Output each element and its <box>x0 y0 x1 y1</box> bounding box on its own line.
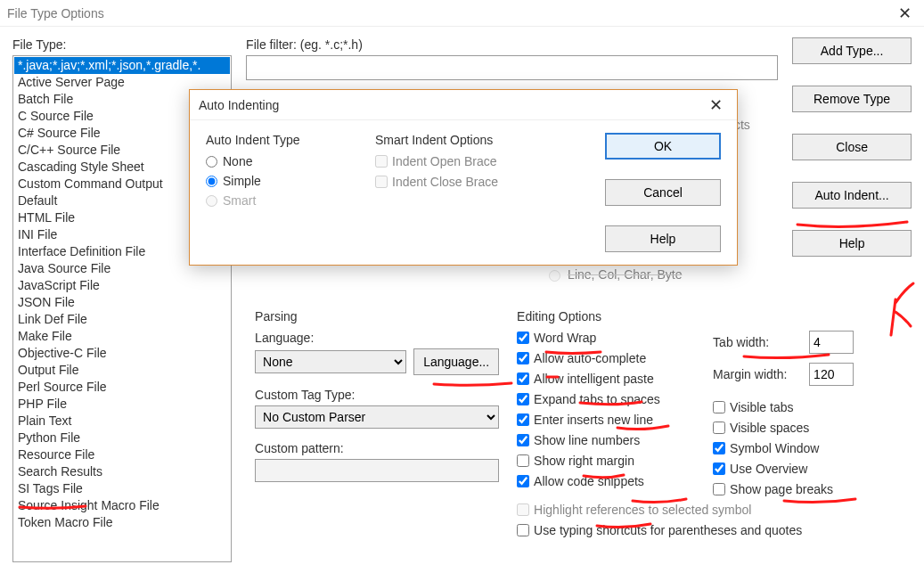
language-label: Language: <box>255 331 499 345</box>
remove-type-button[interactable]: Remove Type <box>792 86 912 112</box>
obscured-radio-line-col: Line, Col, Char, Byte <box>544 267 682 282</box>
allow-auto-complete-checkbox[interactable]: Allow auto-complete <box>517 351 695 365</box>
allow-intelligent-paste-checkbox[interactable]: Allow intelligent paste <box>517 372 695 386</box>
visible-tabs-checkbox[interactable]: Visible tabs <box>713 400 854 414</box>
list-item[interactable]: Output File <box>14 362 230 379</box>
custom-pattern-label: Custom pattern: <box>255 441 499 455</box>
list-item[interactable]: SI Tags File <box>14 480 230 497</box>
file-filter-input[interactable] <box>246 55 778 80</box>
language-button[interactable]: Language... <box>413 348 499 375</box>
word-wrap-checkbox[interactable]: Word Wrap <box>517 331 695 345</box>
show-page-breaks-checkbox[interactable]: Show page breaks <box>713 482 854 496</box>
smart-indent-heading: Smart Indent Options <box>375 133 553 147</box>
list-item[interactable]: *.java;*.jav;*.xml;*.json,*.gradle,*. <box>14 57 230 74</box>
list-item[interactable]: Perl Source File <box>14 379 230 396</box>
show-right-margin-checkbox[interactable]: Show right margin <box>517 454 695 468</box>
add-type-button[interactable]: Add Type... <box>792 37 912 64</box>
modal-cancel-button[interactable]: Cancel <box>605 179 721 206</box>
list-item[interactable]: Plain Text <box>14 413 230 430</box>
window-title: File Type Options <box>7 6 104 20</box>
modal-ok-button[interactable]: OK <box>605 133 721 160</box>
obscured-radio <box>549 270 560 282</box>
highlight-refs-checkbox[interactable]: Highlight references to selected symbol <box>517 503 854 517</box>
titlebar: File Type Options ✕ <box>0 0 924 27</box>
auto-indent-button[interactable]: Auto Indent... <box>792 182 912 209</box>
list-item[interactable]: Objective-C File <box>14 345 230 362</box>
custom-pattern-input[interactable] <box>255 459 499 482</box>
list-item[interactable]: Resource File <box>14 446 230 463</box>
radio-none[interactable]: None <box>206 154 357 168</box>
typing-shortcuts-checkbox[interactable]: Use typing shortcuts for parentheses and… <box>517 523 854 537</box>
modal-close-icon[interactable]: ✕ <box>704 95 728 115</box>
visible-spaces-checkbox[interactable]: Visible spaces <box>713 421 854 435</box>
close-icon[interactable]: ✕ <box>893 4 917 23</box>
language-select[interactable]: None <box>255 350 406 373</box>
allow-code-snippets-checkbox[interactable]: Allow code snippets <box>517 474 695 488</box>
parsing-heading: Parsing <box>255 309 499 323</box>
indent-open-brace-checkbox[interactable]: Indent Open Brace <box>375 154 553 168</box>
tab-width-label: Tab width: <box>713 335 802 349</box>
custom-tag-type-label: Custom Tag Type: <box>255 388 499 402</box>
list-item[interactable]: PHP File <box>14 396 230 413</box>
list-item[interactable]: JSON File <box>14 294 230 311</box>
file-type-options-window: File Type Options ✕ File Type: *.java;*.… <box>0 0 924 573</box>
radio-simple[interactable]: Simple <box>206 174 357 188</box>
tab-width-input[interactable] <box>809 331 854 354</box>
indent-close-brace-checkbox[interactable]: Indent Close Brace <box>375 175 553 189</box>
margin-width-input[interactable] <box>809 363 854 386</box>
editing-options-heading: Editing Options <box>517 309 854 323</box>
margin-width-label: Margin width: <box>713 367 802 381</box>
list-item[interactable]: Source Insight Macro File <box>14 497 230 514</box>
modal-help-button[interactable]: Help <box>605 225 721 252</box>
custom-tag-type-select[interactable]: No Custom Parser <box>255 405 499 429</box>
list-item[interactable]: Token Macro File <box>14 514 230 531</box>
list-item[interactable]: JavaScript File <box>14 277 230 294</box>
close-button[interactable]: Close <box>792 134 912 160</box>
show-line-numbers-checkbox[interactable]: Show line numbers <box>517 433 695 447</box>
modal-titlebar: Auto Indenting ✕ <box>190 90 737 120</box>
auto-indent-type-heading: Auto Indent Type <box>206 133 357 147</box>
symbol-window-checkbox[interactable]: Symbol Window <box>713 441 854 455</box>
modal-title: Auto Indenting <box>199 98 279 112</box>
list-item[interactable]: Python File <box>14 430 230 446</box>
radio-smart[interactable]: Smart <box>206 193 357 208</box>
auto-indenting-dialog: Auto Indenting ✕ Auto Indent Type None S… <box>189 89 738 266</box>
list-item[interactable]: Make File <box>14 328 230 345</box>
use-overview-checkbox[interactable]: Use Overview <box>713 462 854 476</box>
list-item[interactable]: Link Def File <box>14 311 230 328</box>
list-item[interactable]: Search Results <box>14 463 230 480</box>
enter-inserts-checkbox[interactable]: Enter inserts new line <box>517 413 695 427</box>
help-button[interactable]: Help <box>792 230 912 257</box>
expand-tabs-checkbox[interactable]: Expand tabs to spaces <box>517 392 695 406</box>
file-filter-label: File filter: (eg. *.c;*.h) <box>246 37 778 52</box>
file-type-label: File Type: <box>12 37 232 52</box>
